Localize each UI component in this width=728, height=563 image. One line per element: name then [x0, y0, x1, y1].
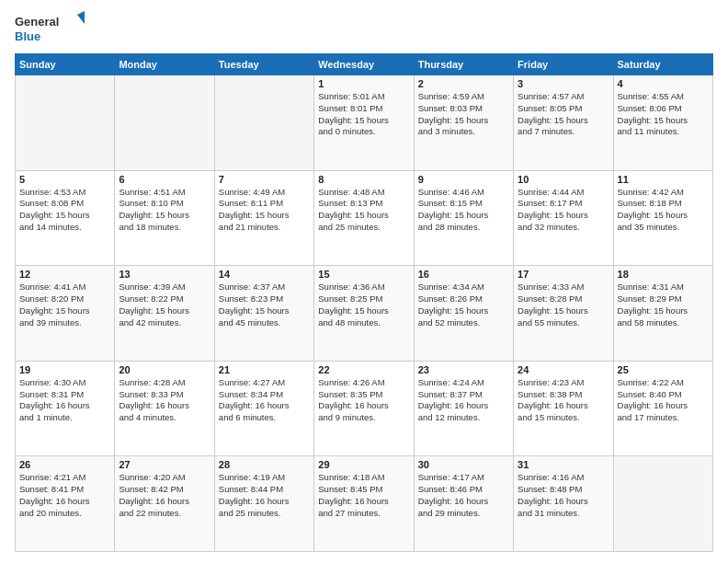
calendar-body: 1Sunrise: 5:01 AM Sunset: 8:01 PM Daylig… [16, 75, 713, 552]
day-number: 26 [19, 459, 110, 470]
day-number: 20 [119, 364, 210, 375]
day-info: Sunrise: 4:21 AM Sunset: 8:41 PM Dayligh… [19, 472, 110, 519]
header: General Blue [15, 11, 713, 46]
day-number: 17 [518, 269, 609, 280]
day-info: Sunrise: 4:23 AM Sunset: 8:38 PM Dayligh… [518, 377, 609, 424]
day-info: Sunrise: 4:18 AM Sunset: 8:45 PM Dayligh… [318, 472, 409, 519]
day-info: Sunrise: 4:26 AM Sunset: 8:35 PM Dayligh… [318, 377, 409, 424]
day-number: 14 [219, 269, 310, 280]
calendar-empty-cell [16, 75, 115, 171]
calendar-week-row: 26Sunrise: 4:21 AM Sunset: 8:41 PM Dayli… [16, 456, 713, 552]
day-info: Sunrise: 4:31 AM Sunset: 8:29 PM Dayligh… [618, 282, 709, 328]
day-info: Sunrise: 4:33 AM Sunset: 8:28 PM Dayligh… [518, 282, 609, 328]
day-info: Sunrise: 4:39 AM Sunset: 8:22 PM Dayligh… [119, 282, 210, 328]
logo: General Blue [15, 11, 88, 46]
day-number: 29 [318, 459, 409, 470]
day-number: 19 [19, 364, 110, 375]
svg-text:General: General [15, 15, 59, 29]
day-number: 10 [518, 174, 609, 185]
calendar-day-header: Monday [115, 54, 214, 75]
day-number: 8 [318, 174, 409, 185]
calendar-day-header: Friday [514, 54, 613, 75]
calendar-empty-cell [613, 456, 712, 552]
calendar-day-cell: 24Sunrise: 4:23 AM Sunset: 8:38 PM Dayli… [514, 361, 613, 456]
day-info: Sunrise: 4:17 AM Sunset: 8:46 PM Dayligh… [418, 472, 509, 519]
day-info: Sunrise: 4:34 AM Sunset: 8:26 PM Dayligh… [418, 282, 509, 328]
calendar-day-cell: 27Sunrise: 4:20 AM Sunset: 8:42 PM Dayli… [115, 456, 214, 552]
day-info: Sunrise: 4:27 AM Sunset: 8:34 PM Dayligh… [219, 377, 310, 424]
calendar-day-cell: 19Sunrise: 4:30 AM Sunset: 8:31 PM Dayli… [16, 361, 115, 456]
calendar-day-cell: 13Sunrise: 4:39 AM Sunset: 8:22 PM Dayli… [115, 266, 214, 362]
day-number: 16 [418, 269, 509, 280]
calendar-day-cell: 22Sunrise: 4:26 AM Sunset: 8:35 PM Dayli… [314, 361, 414, 456]
day-number: 4 [618, 78, 709, 89]
calendar-day-cell: 12Sunrise: 4:41 AM Sunset: 8:20 PM Dayli… [16, 266, 115, 362]
calendar-day-cell: 25Sunrise: 4:22 AM Sunset: 8:40 PM Dayli… [613, 361, 712, 456]
svg-text:Blue: Blue [15, 29, 40, 43]
calendar-day-cell: 2Sunrise: 4:59 AM Sunset: 8:03 PM Daylig… [414, 75, 513, 171]
calendar-week-row: 1Sunrise: 5:01 AM Sunset: 8:01 PM Daylig… [16, 75, 713, 171]
day-number: 5 [19, 174, 110, 185]
calendar-empty-cell [214, 75, 313, 171]
day-number: 28 [219, 459, 310, 470]
calendar-day-cell: 17Sunrise: 4:33 AM Sunset: 8:28 PM Dayli… [514, 266, 613, 362]
calendar-day-cell: 29Sunrise: 4:18 AM Sunset: 8:45 PM Dayli… [314, 456, 414, 552]
day-info: Sunrise: 4:20 AM Sunset: 8:42 PM Dayligh… [119, 472, 210, 519]
day-info: Sunrise: 4:41 AM Sunset: 8:20 PM Dayligh… [19, 282, 110, 328]
day-number: 15 [318, 269, 409, 280]
day-info: Sunrise: 5:01 AM Sunset: 8:01 PM Dayligh… [318, 91, 409, 138]
day-info: Sunrise: 4:42 AM Sunset: 8:18 PM Dayligh… [618, 187, 709, 234]
day-info: Sunrise: 4:16 AM Sunset: 8:48 PM Dayligh… [518, 472, 609, 519]
calendar-day-cell: 20Sunrise: 4:28 AM Sunset: 8:33 PM Dayli… [115, 361, 214, 456]
day-number: 11 [618, 174, 709, 185]
day-number: 24 [518, 364, 609, 375]
day-number: 12 [19, 269, 110, 280]
day-number: 31 [518, 459, 609, 470]
calendar-day-cell: 23Sunrise: 4:24 AM Sunset: 8:37 PM Dayli… [414, 361, 513, 456]
day-number: 2 [418, 78, 509, 89]
day-info: Sunrise: 4:19 AM Sunset: 8:44 PM Dayligh… [219, 472, 310, 519]
day-number: 22 [318, 364, 409, 375]
day-number: 18 [618, 269, 709, 280]
day-info: Sunrise: 4:37 AM Sunset: 8:23 PM Dayligh… [219, 282, 310, 328]
day-info: Sunrise: 4:46 AM Sunset: 8:15 PM Dayligh… [418, 187, 509, 234]
day-number: 9 [418, 174, 509, 185]
calendar-day-cell: 30Sunrise: 4:17 AM Sunset: 8:46 PM Dayli… [414, 456, 513, 552]
day-info: Sunrise: 4:28 AM Sunset: 8:33 PM Dayligh… [119, 377, 210, 424]
day-info: Sunrise: 4:53 AM Sunset: 8:08 PM Dayligh… [19, 187, 110, 234]
calendar-day-cell: 6Sunrise: 4:51 AM Sunset: 8:10 PM Daylig… [115, 170, 214, 266]
calendar-day-cell: 26Sunrise: 4:21 AM Sunset: 8:41 PM Dayli… [16, 456, 115, 552]
calendar-day-header: Saturday [613, 54, 712, 75]
day-number: 23 [418, 364, 509, 375]
calendar-day-cell: 9Sunrise: 4:46 AM Sunset: 8:15 PM Daylig… [414, 170, 513, 266]
calendar-header: SundayMondayTuesdayWednesdayThursdayFrid… [16, 54, 713, 75]
calendar-day-header: Wednesday [314, 54, 414, 75]
day-number: 27 [119, 459, 210, 470]
day-number: 30 [418, 459, 509, 470]
calendar-day-cell: 18Sunrise: 4:31 AM Sunset: 8:29 PM Dayli… [613, 266, 712, 362]
day-info: Sunrise: 4:22 AM Sunset: 8:40 PM Dayligh… [618, 377, 709, 424]
calendar-day-cell: 11Sunrise: 4:42 AM Sunset: 8:18 PM Dayli… [613, 170, 712, 266]
calendar-empty-cell [115, 75, 214, 171]
day-number: 13 [119, 269, 210, 280]
day-info: Sunrise: 4:59 AM Sunset: 8:03 PM Dayligh… [418, 91, 509, 138]
calendar-day-cell: 10Sunrise: 4:44 AM Sunset: 8:17 PM Dayli… [514, 170, 613, 266]
day-number: 1 [318, 78, 409, 89]
calendar-day-cell: 3Sunrise: 4:57 AM Sunset: 8:05 PM Daylig… [514, 75, 613, 171]
svg-marker-2 [77, 11, 85, 24]
day-info: Sunrise: 4:44 AM Sunset: 8:17 PM Dayligh… [518, 187, 609, 234]
calendar-day-cell: 31Sunrise: 4:16 AM Sunset: 8:48 PM Dayli… [514, 456, 613, 552]
calendar-week-row: 19Sunrise: 4:30 AM Sunset: 8:31 PM Dayli… [16, 361, 713, 456]
calendar-table: SundayMondayTuesdayWednesdayThursdayFrid… [15, 53, 713, 552]
day-info: Sunrise: 4:49 AM Sunset: 8:11 PM Dayligh… [219, 187, 310, 234]
calendar-day-header: Thursday [414, 54, 513, 75]
calendar-day-cell: 28Sunrise: 4:19 AM Sunset: 8:44 PM Dayli… [214, 456, 313, 552]
day-number: 21 [219, 364, 310, 375]
calendar-day-cell: 1Sunrise: 5:01 AM Sunset: 8:01 PM Daylig… [314, 75, 414, 171]
calendar-day-cell: 15Sunrise: 4:36 AM Sunset: 8:25 PM Dayli… [314, 266, 414, 362]
day-info: Sunrise: 4:55 AM Sunset: 8:06 PM Dayligh… [618, 91, 709, 138]
calendar-day-cell: 7Sunrise: 4:49 AM Sunset: 8:11 PM Daylig… [214, 170, 313, 266]
day-info: Sunrise: 4:30 AM Sunset: 8:31 PM Dayligh… [19, 377, 110, 424]
day-number: 25 [618, 364, 709, 375]
day-number: 3 [518, 78, 609, 89]
